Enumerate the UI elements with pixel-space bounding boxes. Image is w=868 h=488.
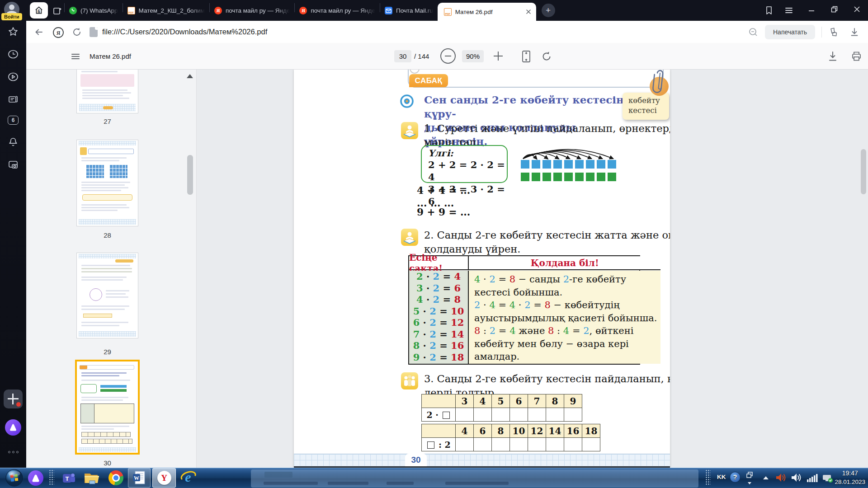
screenshot-camera-icon[interactable] (8, 159, 19, 170)
memorize-header: Есіңе сақта! (409, 256, 469, 270)
login-badge[interactable]: Войти (1, 13, 22, 20)
chrome-taskbar-icon[interactable] (108, 470, 123, 485)
news-feed-icon[interactable] (8, 94, 19, 105)
tab-yandex-mail-2[interactable]: Я почта майл ру — Янде (295, 0, 380, 21)
thumbnail-label: 29 (77, 348, 138, 356)
close-tab-icon[interactable] (525, 9, 532, 15)
current-page-field[interactable]: 30 (394, 50, 411, 62)
panel-scroll-up-icon[interactable] (187, 74, 193, 78)
close-window-button[interactable] (845, 0, 868, 18)
thumbnail-page-29[interactable] (77, 253, 138, 338)
thumbnail-page-28[interactable] (77, 140, 138, 226)
tab-groups-icon[interactable] (828, 27, 839, 38)
history-clock-icon[interactable] (8, 49, 19, 60)
sticky-note-line: кестесі (628, 106, 669, 116)
tab-label: (7) WhatsApp (80, 7, 118, 14)
maximize-window-button[interactable] (823, 0, 845, 18)
explanation-line: кестесі бойынша. (474, 286, 657, 299)
pdf-file-icon: PDF (444, 8, 452, 16)
tab-label: Матем 26.pdf (455, 9, 522, 15)
zoom-out-button[interactable] (440, 48, 456, 64)
download-pdf-icon[interactable] (827, 51, 838, 64)
new-window-icon[interactable] (52, 6, 62, 16)
task-line: 1. Суретті және үлгіні пайдаланып, өрнек… (424, 122, 670, 136)
browser-menu-icon[interactable] (784, 5, 794, 15)
alice-taskbar-icon[interactable] (28, 470, 43, 486)
bookmark-flag-icon[interactable] (764, 5, 774, 15)
page-number: 30 (405, 454, 427, 466)
row-label-cell: 2 · (422, 408, 456, 422)
header-cell: 4 (474, 394, 492, 408)
zoom-level-field[interactable]: 90% (462, 50, 484, 62)
clock-date[interactable]: 19:47 28.01.2023 (835, 469, 865, 486)
zoom-in-button[interactable] (494, 52, 503, 61)
svg-text:W: W (134, 474, 139, 481)
task-line: 2. Санды 2-ге көбейту кестесін жатта жән… (424, 228, 670, 242)
pdf-viewer-area: 27 28 (26, 70, 868, 468)
yandex-logo-icon[interactable]: Я (52, 27, 63, 38)
header-cell: 18 (582, 424, 600, 438)
answer-cell (492, 438, 510, 451)
example-title: Үлгі: (428, 148, 507, 159)
zoom-out-page-icon[interactable] (748, 27, 759, 38)
exercise-line: 4 + 4 = ... (417, 185, 470, 196)
tab-whatsapp[interactable]: (7) WhatsApp (65, 0, 123, 21)
start-button[interactable] (5, 469, 23, 488)
tab-counter-badge[interactable]: 6 (8, 116, 19, 127)
multiplication-fact: 5 · 2 = 10 (413, 305, 464, 317)
corner-cell (422, 424, 456, 438)
back-icon[interactable] (33, 27, 44, 38)
pdf-menu-icon[interactable] (71, 52, 80, 63)
alice-assistant-icon[interactable] (5, 419, 21, 436)
tab-active-matem26[interactable]: PDF Матем 26.pdf (438, 3, 536, 21)
task1-reader-icon (401, 122, 418, 139)
yandex-browser-taskbar-icon[interactable]: Y (152, 468, 176, 488)
network-signal-icon[interactable] (807, 472, 818, 485)
answer-cell (528, 408, 546, 422)
panel-scrollbar-thumb[interactable] (187, 155, 193, 195)
answer-cell (510, 408, 528, 422)
multiplication-fact: 7 · 2 = 14 (413, 328, 464, 340)
blurred-window-reflection (251, 469, 698, 488)
minimize-window-button[interactable] (800, 0, 823, 18)
tab-mailru[interactable]: Почта Mail.ru (380, 0, 438, 21)
notifications-bell-icon[interactable] (8, 136, 19, 147)
language-indicator[interactable]: KK (717, 474, 726, 480)
new-tab-button[interactable]: + (542, 4, 555, 17)
print-button[interactable]: Напечатать (765, 25, 815, 39)
help-tray-icon[interactable]: ? (730, 472, 741, 483)
thumbnail-page-27[interactable] (77, 70, 138, 113)
downloads-icon[interactable] (849, 27, 860, 38)
volume-speaker-icon[interactable] (790, 472, 803, 485)
file-explorer-taskbar-icon[interactable] (83, 470, 100, 487)
thumbnail-page-30-selected[interactable] (77, 361, 138, 453)
tab-label: Матем_2_КШ_2_болим (139, 7, 205, 14)
internet-explorer-taskbar-icon[interactable]: e (180, 469, 197, 488)
mailru-envelope-icon (385, 7, 392, 14)
rotate-icon[interactable] (541, 51, 552, 64)
more-options-dots[interactable] (8, 451, 19, 454)
reload-icon[interactable] (71, 27, 82, 38)
teams-taskbar-icon[interactable]: T (61, 471, 76, 487)
home-tab-counter[interactable]: 6 (30, 2, 48, 19)
word-taskbar-icon[interactable]: W (128, 468, 151, 488)
bookmarks-star-icon[interactable] (8, 26, 19, 37)
video-play-icon[interactable] (8, 71, 19, 82)
task-line: 3. Санды 2-ге көбейту кестесін пайдаланы… (424, 372, 670, 386)
volume-muted-red-icon[interactable] (775, 472, 788, 485)
empty-box-symbol (443, 412, 450, 419)
url-field[interactable]: file:///C:/Users/2020/Downloads/Матем%20… (102, 28, 748, 36)
window-restore-tray-icon[interactable] (746, 471, 753, 484)
device-status-tray-icon[interactable] (822, 473, 834, 485)
pdf-scrollbar-thumb[interactable] (861, 149, 866, 194)
explanation-line: амалдар. (474, 350, 657, 363)
objective-line: Сен санды 2-ге көбейту кестесін құру- (424, 93, 624, 121)
tab-pdf-document[interactable]: PDF Матем_2_КШ_2_болим (123, 0, 209, 21)
windows-taskbar: T W Y e KK ? 19:47 28.01.2023 (0, 468, 868, 488)
print-pdf-icon[interactable] (851, 51, 862, 64)
tab-yandex-mail-1[interactable]: Я почта майл ру — Янде (210, 0, 295, 21)
multiplication-facts: 2 · 2 = 43 · 2 = 64 · 2 = 85 · 2 = 106 ·… (409, 271, 469, 364)
fit-page-icon[interactable] (520, 50, 533, 65)
show-hidden-icons-arrow[interactable] (763, 476, 769, 479)
address-bar: Я file:///C:/Users/2020/Downloads/Матем%… (26, 21, 868, 43)
